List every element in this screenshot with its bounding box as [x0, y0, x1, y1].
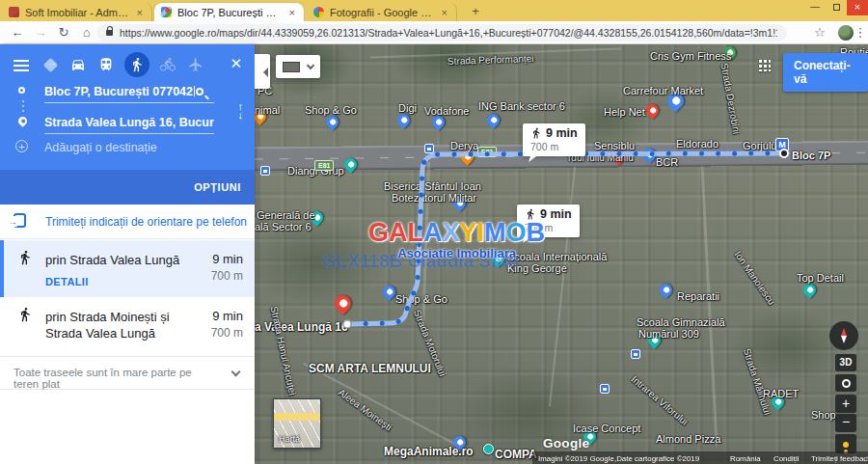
driving-mode-icon[interactable] [68, 55, 88, 74]
chevron-down-icon [307, 62, 314, 69]
map-pin[interactable] [331, 291, 354, 314]
map-label: BCR [656, 156, 678, 168]
road-badge: E81 [314, 160, 334, 171]
zoom-out-button[interactable]: − [835, 414, 856, 432]
route-duration-callout[interactable]: 9 min 700 m [523, 123, 585, 156]
map-label: Scoala Gimnazială [637, 316, 725, 328]
search-icon[interactable] [196, 88, 203, 96]
back-button[interactable]: ← [8, 23, 27, 42]
map-label: Intrarea Viforului [629, 373, 690, 426]
tab-close-icon[interactable]: × [135, 7, 145, 18]
map-label: Eldorado [676, 138, 719, 150]
tab-google-maps[interactable]: Bloc 7P, București 077042 către S × [154, 3, 304, 21]
route-option-1[interactable]: prin Strada Valea Lungă 9 min 700 m DETA… [0, 240, 255, 297]
compass-control[interactable] [829, 321, 858, 350]
tab-google-photos[interactable]: Fotografii - Google Foto × [307, 3, 457, 21]
country-link[interactable]: România [730, 453, 761, 462]
minimize-button[interactable]: — [804, 0, 826, 15]
map-pin[interactable] [323, 113, 340, 130]
map-label: Digi [398, 102, 417, 114]
add-destination-row[interactable]: + Adăugați o destinație [0, 138, 255, 163]
origin-dot-icon [18, 87, 25, 94]
map-label: Aleea Moinești [337, 387, 394, 432]
add-destination-label: Adăugați o destinație [44, 141, 157, 154]
map-type-selector[interactable] [276, 55, 320, 78]
bookmark-star-icon[interactable]: ☆ [810, 23, 829, 42]
watermark-letter: A [423, 218, 443, 247]
road-badge: E81 [477, 147, 497, 157]
address-bar[interactable]: https://www.google.ro/maps/dir/44.433905… [96, 24, 787, 41]
map-label: Derya [450, 140, 478, 151]
send-to-phone-row[interactable]: Trimiteți indicații de orientare pe tele… [0, 205, 255, 239]
feedback-link[interactable]: Trimiteți feedback [811, 453, 868, 462]
terms-link[interactable]: Condiții [773, 453, 799, 462]
tab-close-icon[interactable]: × [287, 7, 297, 18]
map-pin[interactable] [394, 111, 412, 128]
road [549, 167, 576, 407]
home-button[interactable]: ⌂ [77, 23, 96, 42]
map-pin[interactable] [657, 281, 674, 298]
map-label: SCM ARTA LEMNULUI [309, 362, 431, 375]
cycling-mode-icon[interactable] [158, 55, 177, 74]
transit-stop-icon[interactable] [260, 166, 270, 176]
map-pin[interactable] [643, 101, 661, 119]
transit-stop-icon[interactable] [600, 384, 610, 394]
walking-icon [17, 250, 33, 265]
collapse-sidebar-button[interactable] [255, 54, 270, 89]
map-label: nimal [255, 104, 280, 116]
map-label: Help Net [604, 106, 645, 118]
send-to-phone-icon [14, 213, 26, 228]
forward-button[interactable]: → [31, 23, 50, 42]
metro-station-icon[interactable]: M [775, 138, 789, 151]
map-thumbnail-icon [283, 62, 300, 72]
zoom-in-button[interactable]: + [835, 395, 856, 413]
options-button[interactable]: OPȚIUNI [194, 181, 241, 193]
3d-button[interactable]: 3D [835, 354, 856, 371]
road [700, 166, 718, 446]
close-directions-icon[interactable]: ✕ [230, 56, 242, 70]
map-label: Generală de [257, 209, 315, 221]
swap-locations-icon[interactable]: ↑↓ [238, 102, 244, 120]
google-apps-grid-icon[interactable] [758, 59, 771, 71]
menu-icon[interactable] [14, 60, 29, 62]
sign-in-button[interactable]: Conectați-vă [783, 53, 868, 92]
transit-stop-icon[interactable] [631, 349, 640, 359]
best-route-mode-icon[interactable] [41, 55, 60, 74]
terrain-note: Toate traseele sunt în mare parte pe ter… [14, 367, 216, 390]
window-controls: — × [804, 0, 868, 15]
transit-stop-icon[interactable] [424, 144, 434, 153]
terrain-note-row[interactable]: Toate traseele sunt în mare parte pe ter… [0, 357, 255, 390]
close-window-button[interactable]: × [847, 0, 868, 15]
minimap-label: Hartă [279, 434, 300, 444]
walking-mode-icon-selected[interactable] [124, 52, 149, 77]
map-label: RADET [763, 388, 799, 399]
maximize-button[interactable] [826, 0, 847, 15]
map-label: Shop & Go [395, 293, 448, 305]
tab-close-icon[interactable]: × [440, 7, 449, 18]
maximize-icon [833, 4, 840, 11]
directions-diamond-icon [42, 57, 58, 72]
details-link[interactable]: DETALII [45, 276, 89, 287]
my-location-button[interactable] [835, 374, 856, 392]
map-canvas[interactable]: Conectați-vă 9 min 700 m 9 min 700 m GAL… [255, 44, 868, 464]
map-pin[interactable] [800, 281, 818, 298]
map-pin[interactable] [483, 444, 494, 454]
new-tab-button[interactable]: + [467, 3, 484, 20]
transit-mode-icon[interactable] [96, 55, 116, 74]
tab-soft-imobiliar[interactable]: Soft Imobiliar - Administrare × [2, 3, 152, 21]
browser-menu-icon[interactable]: ⋮ [851, 23, 868, 42]
map-pin[interactable] [484, 111, 502, 128]
watermark-letter: Y [460, 218, 477, 247]
destination-input[interactable]: Strada Valea Lungă 16, București 0770 [44, 116, 214, 134]
reload-button[interactable]: ↻ [54, 23, 73, 42]
route-option-2[interactable]: prin Strada Moinești și Strada Valea Lun… [0, 297, 255, 357]
map-label: Strada Hanul Ancuței [269, 305, 298, 396]
minimap-toggle[interactable]: Hartă [273, 398, 321, 449]
origin-input[interactable]: Bloc 7P, București 077042 [44, 85, 214, 103]
directions-header: ✕ Bloc 7P, București 077042 Strada Valea… [0, 44, 255, 170]
https-lock-icon [106, 30, 113, 36]
google-maps-favicon [161, 7, 172, 17]
pegman-button[interactable] [835, 434, 856, 453]
watermark-letter: O [506, 218, 527, 247]
flight-mode-icon[interactable] [186, 55, 205, 74]
